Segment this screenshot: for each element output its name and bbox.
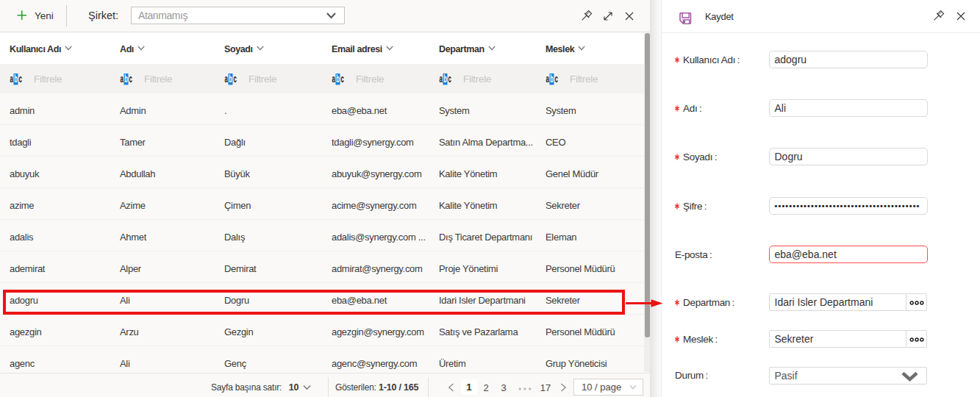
svg-text:b: b	[229, 74, 232, 85]
svg-text:b: b	[443, 74, 447, 85]
svg-text:c: c	[341, 74, 345, 85]
svg-text:c: c	[555, 74, 559, 85]
svg-text:a: a	[225, 74, 229, 85]
svg-text:c: c	[19, 74, 23, 85]
svg-text:c: c	[234, 74, 237, 85]
svg-text:b: b	[550, 74, 554, 85]
svg-text:a: a	[121, 74, 124, 85]
svg-text:c: c	[129, 74, 133, 85]
svg-text:a: a	[440, 74, 443, 85]
svg-text:b: b	[14, 74, 18, 85]
svg-text:a: a	[10, 74, 14, 85]
svg-text:b: b	[124, 74, 128, 85]
svg-text:a: a	[546, 74, 550, 85]
svg-text:b: b	[336, 74, 340, 85]
svg-text:a: a	[332, 74, 336, 85]
svg-text:c: c	[448, 74, 452, 85]
